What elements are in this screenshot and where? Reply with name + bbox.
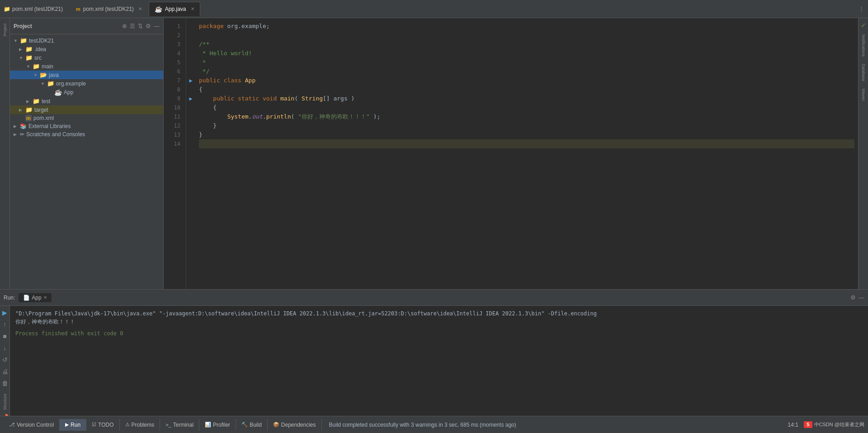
tree-item-root[interactable]: ▼ 📁 testJDK21 bbox=[10, 36, 163, 45]
code-line-7: public class App bbox=[199, 76, 854, 85]
run-marker-9[interactable]: ▶ bbox=[189, 94, 192, 103]
csdn-text: 中CSDN @结束者之网 bbox=[814, 421, 864, 428]
status-bar: ⎇ Version Control ▶ Run ☑ TODO ⚠ Problem… bbox=[0, 416, 868, 433]
project-panel: Project ⊕ ☰ ⇅ ⚙ — ▼ 📁 testJDK21 ▶ 📁 .ide… bbox=[10, 18, 164, 289]
java-label: java bbox=[49, 72, 59, 78]
chevron-down-icon: ▼ bbox=[19, 56, 24, 60]
code-line-5: * bbox=[199, 58, 854, 67]
line-num-2: 2 bbox=[164, 31, 180, 40]
scroll-down-icon[interactable]: ↓ bbox=[2, 343, 8, 353]
structure-label[interactable]: Structure bbox=[3, 390, 7, 410]
check-icon: ✓ bbox=[859, 20, 868, 31]
status-tab-build[interactable]: 🔨 Build bbox=[236, 419, 268, 431]
minimize-icon[interactable]: — bbox=[154, 23, 160, 29]
code-line-2 bbox=[199, 31, 854, 40]
project-strip-item[interactable]: Project bbox=[2, 20, 8, 40]
code-line-9: public static void main( String[] args ) bbox=[199, 94, 854, 103]
tree-item-main[interactable]: ▼ 📁 main bbox=[10, 62, 163, 71]
main-folder-icon: 📁 bbox=[33, 63, 40, 70]
notifications-label[interactable]: Notifications bbox=[860, 31, 867, 60]
settings-icon[interactable]: ⚙ bbox=[850, 294, 856, 301]
status-tab-profiler[interactable]: 📊 Profiler bbox=[199, 419, 236, 431]
tree-item-scratches[interactable]: ▶ ✏ Scratches and Consoles bbox=[10, 130, 163, 138]
title-bar-right: ⋮ bbox=[859, 5, 864, 12]
close-panel-icon[interactable]: — bbox=[859, 294, 864, 301]
extlibs-label: External Libraries bbox=[28, 123, 71, 129]
run-marker-7[interactable]: ▶ bbox=[189, 76, 192, 85]
run-tool-icon[interactable]: ▶ bbox=[1, 308, 9, 318]
tab-app[interactable]: ☕ App.java ✕ bbox=[149, 2, 200, 16]
deps-label: Dependencies bbox=[281, 422, 316, 428]
line-num-13: 13 bbox=[164, 130, 180, 139]
line-num-6: 6 bbox=[164, 67, 180, 76]
pom-tab-placeholder: pom.xml (testJDK21) bbox=[12, 6, 63, 12]
pom-tab-label: pom.xml (testJDK21) bbox=[83, 6, 134, 12]
todo-icon: ☑ bbox=[92, 422, 96, 428]
pin-icon[interactable]: 📌 bbox=[0, 412, 10, 416]
line-num-1: 1 bbox=[164, 22, 180, 31]
tree-item-src[interactable]: ▼ 📁 src bbox=[10, 53, 163, 62]
status-tab-todo[interactable]: ☑ TODO bbox=[86, 419, 119, 431]
status-message: Build completed successfully with 3 warn… bbox=[329, 422, 516, 428]
right-strip: ✓ Notifications Database Maven bbox=[858, 18, 868, 289]
main-label: main bbox=[42, 63, 53, 70]
bottom-main: ▶ ↑ ■ ↓ ↺ 🖨 🗑 Structure 📌 Bookmarks "D:\… bbox=[0, 306, 868, 416]
code-line-3: /** bbox=[199, 40, 854, 49]
status-tab-dependencies[interactable]: 📦 Dependencies bbox=[268, 419, 322, 431]
line-col-indicator: 14:1 bbox=[784, 422, 802, 428]
app-tab-close[interactable]: ✕ bbox=[191, 6, 194, 11]
idea-label: .idea bbox=[34, 46, 46, 52]
pom-tab-close[interactable]: ✕ bbox=[138, 6, 142, 11]
tree-item-org-example[interactable]: ▼ 📁 org.example bbox=[10, 79, 163, 88]
tree-item-java[interactable]: ▼ 📂 java bbox=[10, 71, 163, 79]
tree-item-pom[interactable]: m pom.xml bbox=[10, 114, 163, 122]
locate-icon[interactable]: ⊕ bbox=[122, 23, 127, 29]
chevron-right-icon: ▶ bbox=[14, 124, 18, 128]
editor-content[interactable]: 1 2 3 4 5 6 7 8 9 10 11 12 13 14 bbox=[164, 18, 858, 289]
project-label[interactable]: 📁 pom.xml (testJDK21) bbox=[4, 6, 63, 12]
tree-item-extlibs[interactable]: ▶ 📚 External Libraries bbox=[10, 122, 163, 130]
status-tab-terminal[interactable]: >_ Terminal bbox=[160, 419, 199, 431]
tab-pom[interactable]: m pom.xml (testJDK21) ✕ bbox=[70, 2, 148, 16]
trash-icon[interactable]: 🗑 bbox=[0, 378, 9, 388]
line-num-10: 10 bbox=[164, 103, 180, 112]
maven-label[interactable]: Maven bbox=[860, 85, 867, 105]
tree-item-test[interactable]: ▶ 📁 test bbox=[10, 97, 163, 105]
console-output: "D:\Program Files\Java\jdk-17\bin\java.e… bbox=[10, 306, 868, 416]
bottom-panel: Run: 📄 App ✕ ⚙ — ▶ ↑ ■ ↓ ↺ 🖨 🗑 Structure… bbox=[0, 289, 868, 416]
status-tab-vcs[interactable]: ⎇ Version Control bbox=[4, 419, 60, 431]
console-command-line: "D:\Program Files\Java\jdk-17\bin\java.e… bbox=[15, 309, 863, 318]
rerun-icon[interactable]: ↺ bbox=[1, 355, 9, 365]
pom-xml-icon: m bbox=[25, 115, 32, 121]
panel-header: Project ⊕ ☰ ⇅ ⚙ — bbox=[10, 18, 163, 34]
database-label[interactable]: Database bbox=[860, 60, 867, 85]
test-folder-icon: 📁 bbox=[33, 98, 40, 105]
root-folder-icon: 📁 bbox=[20, 37, 27, 44]
main-area: Project Project ⊕ ☰ ⇅ ⚙ — ▼ 📁 testJDK21 … bbox=[0, 18, 868, 289]
run-app-tab[interactable]: 📄 App ✕ bbox=[19, 293, 51, 302]
chevron-down-icon: ▼ bbox=[33, 73, 38, 77]
scratch-icon: ✏ bbox=[20, 131, 24, 138]
stop-icon[interactable]: ■ bbox=[1, 331, 8, 341]
code-line-6: */ bbox=[199, 67, 854, 76]
tree-item-app[interactable]: ☕ App bbox=[10, 88, 163, 97]
tree-item-idea[interactable]: ▶ 📁 .idea bbox=[10, 45, 163, 53]
code-line-10: { bbox=[199, 103, 854, 112]
status-tab-problems[interactable]: ⚠ Problems bbox=[120, 419, 160, 431]
collapse-icon[interactable]: ☰ bbox=[130, 23, 135, 29]
expand-icon[interactable]: ⇅ bbox=[138, 23, 143, 29]
run-app-tab-close[interactable]: ✕ bbox=[43, 295, 47, 300]
more-options-icon[interactable]: ⋮ bbox=[859, 5, 864, 12]
code-area[interactable]: package org.example; /** * Hello world! … bbox=[195, 18, 858, 289]
status-tab-run[interactable]: ▶ Run bbox=[60, 419, 86, 431]
terminal-label: Terminal bbox=[173, 422, 193, 428]
scratches-label: Scratches and Consoles bbox=[26, 131, 85, 138]
chevron-down-icon: ▼ bbox=[14, 38, 18, 43]
print-icon[interactable]: 🖨 bbox=[0, 366, 9, 376]
scroll-up-icon[interactable]: ↑ bbox=[2, 319, 8, 329]
project-icon: 📁 bbox=[4, 6, 10, 12]
build-icon: 🔨 bbox=[241, 422, 248, 428]
title-bar-left: 📁 pom.xml (testJDK21) bbox=[4, 6, 63, 12]
settings-icon[interactable]: ⚙ bbox=[146, 23, 151, 29]
tree-item-target[interactable]: ▶ 📁 target bbox=[10, 105, 163, 114]
